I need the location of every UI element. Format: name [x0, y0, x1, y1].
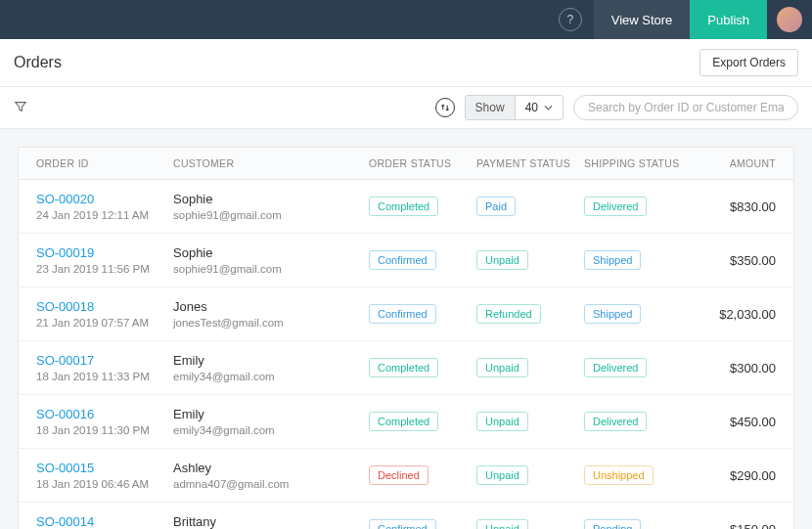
top-navbar: ? View Store Publish [0, 0, 812, 39]
order-date: 24 Jan 2019 12:11 AM [36, 209, 173, 221]
order-amount: $830.00 [692, 199, 776, 214]
table-row: SO-0002024 Jan 2019 12:11 AMSophiesophie… [19, 180, 793, 234]
customer-email: emily34@gmail.com [173, 424, 369, 436]
payment-status-badge: Paid [476, 197, 516, 216]
order-date: 18 Jan 2019 11:30 PM [36, 424, 173, 436]
customer-name: Jones [173, 299, 369, 314]
order-id-link[interactable]: SO-00017 [36, 353, 173, 368]
order-date: 23 Jan 2019 11:56 PM [36, 263, 173, 275]
customer-name: Emily [173, 407, 369, 421]
customer-name: Brittany [173, 514, 369, 529]
order-date: 18 Jan 2019 06:46 AM [36, 478, 173, 490]
customer-email: emily34@gmail.com [173, 371, 369, 382]
chevron-down-icon [544, 105, 553, 110]
table-row: SO-0001518 Jan 2019 06:46 AMAshleyadmna4… [19, 449, 793, 503]
search-input[interactable] [573, 95, 798, 120]
order-amount: $150.00 [692, 522, 776, 530]
order-amount: $350.00 [692, 253, 776, 268]
avatar[interactable] [777, 7, 802, 32]
order-id-link[interactable]: SO-00015 [36, 461, 173, 475]
col-customer: CUSTOMER [173, 157, 369, 169]
table-row: SO-0001821 Jan 2019 07:57 AMJonesjonesTe… [19, 287, 793, 341]
page-size-dropdown[interactable]: 40 [516, 96, 563, 119]
table-row: SO-0001418 Jan 2019 04:20 AMBrittanynewm… [19, 503, 793, 529]
col-payment-status: PAYMENT STATUS [476, 157, 584, 169]
filter-icon[interactable] [14, 100, 29, 115]
orders-table: ORDER ID CUSTOMER ORDER STATUS PAYMENT S… [18, 147, 794, 529]
payment-status-badge: Unpaid [476, 250, 528, 270]
col-order-id: ORDER ID [36, 157, 173, 169]
order-status-badge: Confirmed [369, 304, 436, 324]
order-date: 18 Jan 2019 11:33 PM [36, 371, 173, 382]
help-icon[interactable]: ? [559, 8, 582, 31]
shipping-status-badge: Pending [584, 519, 641, 529]
customer-email: admna407@gmail.com [173, 478, 369, 490]
order-amount: $2,030.00 [692, 307, 776, 322]
table-header: ORDER ID CUSTOMER ORDER STATUS PAYMENT S… [19, 148, 793, 180]
order-date: 21 Jan 2019 07:57 AM [36, 317, 173, 329]
order-amount: $300.00 [692, 361, 776, 375]
shipping-status-badge: Delivered [584, 412, 647, 431]
order-status-badge: Declined [369, 465, 429, 485]
publish-button[interactable]: Publish [690, 0, 767, 39]
page-size-value: 40 [525, 101, 538, 114]
order-id-link[interactable]: SO-00019 [36, 245, 173, 260]
customer-email: sophie91@gmail.com [173, 263, 369, 275]
toolbar: Show 40 [0, 87, 812, 129]
payment-status-badge: Unpaid [476, 465, 528, 485]
order-id-link[interactable]: SO-00020 [36, 192, 173, 206]
order-status-badge: Confirmed [369, 519, 436, 529]
payment-status-badge: Unpaid [476, 519, 528, 529]
order-amount: $290.00 [692, 468, 776, 483]
customer-name: Emily [173, 353, 369, 368]
payment-status-badge: Refunded [476, 304, 541, 324]
order-id-link[interactable]: SO-00014 [36, 514, 173, 529]
customer-email: jonesTest@gmail.com [173, 317, 369, 329]
order-status-badge: Confirmed [369, 250, 436, 270]
order-status-badge: Completed [369, 412, 438, 431]
shipping-status-badge: Unshipped [584, 465, 654, 485]
order-id-link[interactable]: SO-00016 [36, 407, 173, 421]
customer-name: Sophie [173, 245, 369, 260]
shipping-status-badge: Delivered [584, 358, 647, 377]
table-row: SO-0001618 Jan 2019 11:30 PMEmilyemily34… [19, 395, 793, 449]
payment-status-badge: Unpaid [476, 358, 528, 377]
order-amount: $450.00 [692, 415, 776, 429]
page-size-selector: Show 40 [465, 95, 564, 120]
order-id-link[interactable]: SO-00018 [36, 299, 173, 314]
payment-status-badge: Unpaid [476, 412, 528, 431]
shipping-status-badge: Shipped [584, 250, 641, 270]
shipping-status-badge: Shipped [584, 304, 641, 324]
sort-icon[interactable] [435, 98, 455, 117]
export-orders-button[interactable]: Export Orders [699, 49, 798, 76]
table-row: SO-0001923 Jan 2019 11:56 PMSophiesophie… [19, 234, 793, 287]
customer-name: Ashley [173, 461, 369, 475]
order-status-badge: Completed [369, 197, 438, 216]
order-status-badge: Completed [369, 358, 438, 377]
customer-name: Sophie [173, 192, 369, 206]
table-row: SO-0001718 Jan 2019 11:33 PMEmilyemily34… [19, 341, 793, 395]
page-title: Orders [14, 54, 62, 71]
show-label: Show [466, 96, 516, 119]
customer-email: sophie91@gmail.com [173, 209, 369, 221]
page-header: Orders Export Orders [0, 39, 812, 87]
view-store-button[interactable]: View Store [594, 0, 691, 39]
col-order-status: ORDER STATUS [369, 157, 476, 169]
col-amount: AMOUNT [692, 157, 776, 169]
col-shipping-status: SHIPPING STATUS [584, 157, 692, 169]
shipping-status-badge: Delivered [584, 197, 647, 216]
